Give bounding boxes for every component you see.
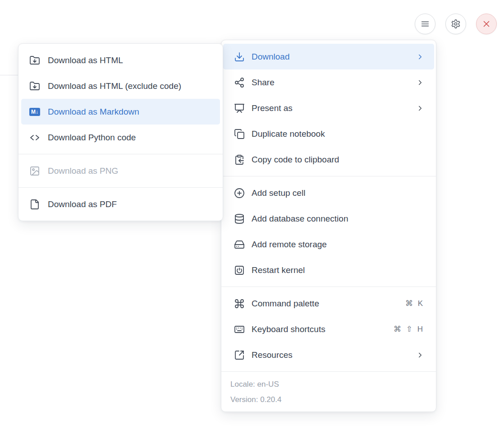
hamburger-icon xyxy=(420,19,430,29)
download-icon xyxy=(234,51,245,62)
menu-item-label: Add setup cell xyxy=(252,188,424,198)
menu-item-label: Restart kernel xyxy=(252,265,424,275)
folder-download-icon xyxy=(29,81,40,92)
chevron-right-icon xyxy=(416,79,424,87)
menu-item-download-as-pdf[interactable]: Download as PDF xyxy=(18,191,223,217)
menu-item-resources[interactable]: Resources xyxy=(221,342,436,368)
menu-item-label: Download xyxy=(252,52,409,62)
menu-divider xyxy=(221,371,436,372)
menu-item-present-as[interactable]: Present as xyxy=(221,95,436,121)
menu-item-label: Download as HTML xyxy=(48,56,214,65)
keyboard-icon xyxy=(234,324,245,335)
menu-item-add-remote-storage[interactable]: Add remote storage xyxy=(221,231,436,257)
menu-item-label: Add database connection xyxy=(252,214,424,224)
menu-divider xyxy=(18,187,223,188)
menu-item-download-as-html-exclude-code[interactable]: Download as HTML (exclude code) xyxy=(18,73,223,99)
menu-item-label: Download as PNG xyxy=(48,166,214,176)
close-icon xyxy=(481,19,491,29)
menu-divider xyxy=(221,287,436,287)
close-button[interactable] xyxy=(476,14,497,34)
notebook-toolbar xyxy=(415,14,497,34)
menu-item-share[interactable]: Share xyxy=(221,69,436,95)
file-icon xyxy=(29,199,40,210)
menu-item-copy-code-to-clipboard[interactable]: Copy code to clipboard xyxy=(221,147,436,172)
menu-item-command-palette[interactable]: Command palette ⌘ K xyxy=(221,291,436,316)
chevron-right-icon xyxy=(416,351,424,359)
share-icon xyxy=(234,77,245,88)
markdown-icon: M↓ xyxy=(29,106,40,117)
image-icon xyxy=(29,166,40,176)
code-icon xyxy=(29,132,40,143)
menu-item-label: Duplicate notebook xyxy=(252,129,424,139)
menu-item-add-setup-cell[interactable]: Add setup cell xyxy=(221,180,436,206)
page-edge-divider xyxy=(0,75,18,75)
presentation-icon xyxy=(234,103,245,114)
menu-item-label: Download as Markdown xyxy=(48,107,214,117)
shortcut-hint: ⌘ K xyxy=(405,299,424,308)
download-submenu: Download as HTML Download as HTML (exclu… xyxy=(18,43,223,221)
menu-item-label: Download as HTML (exclude code) xyxy=(48,81,214,91)
external-link-icon xyxy=(234,350,245,361)
menu-item-label: Share xyxy=(252,78,409,88)
menu-item-add-database-connection[interactable]: Add database connection xyxy=(221,206,436,231)
menu-footer: Locale: en-US Version: 0.20.4 xyxy=(221,375,436,408)
duplicate-icon xyxy=(234,129,245,139)
notebook-actions-menu: Download Share Present as Duplicate note… xyxy=(221,40,436,412)
menu-item-label: Download Python code xyxy=(48,133,214,143)
circle-plus-icon xyxy=(234,188,245,199)
version-text: Version: 0.20.4 xyxy=(230,395,427,404)
shortcut-hint: ⌘ ⇧ H xyxy=(394,324,424,334)
chevron-right-icon xyxy=(416,53,424,61)
settings-button[interactable] xyxy=(445,14,466,34)
locale-text: Locale: en-US xyxy=(230,380,427,389)
database-icon xyxy=(234,213,245,224)
menu-item-download-as-markdown[interactable]: M↓ Download as Markdown xyxy=(21,99,220,125)
menu-item-download-as-png: Download as PNG xyxy=(18,158,223,184)
menu-item-label: Present as xyxy=(252,103,409,113)
menu-item-download-as-html[interactable]: Download as HTML xyxy=(18,47,223,73)
chevron-right-icon xyxy=(416,104,424,112)
menu-divider xyxy=(18,154,223,154)
hard-drive-icon xyxy=(234,239,245,250)
clipboard-copy-icon xyxy=(234,154,245,165)
power-icon xyxy=(234,265,245,276)
menu-item-download[interactable]: Download xyxy=(223,44,434,69)
menu-item-label: Keyboard shortcuts xyxy=(252,324,387,334)
menu-item-label: Download as PDF xyxy=(48,199,214,209)
menu-button[interactable] xyxy=(415,14,435,34)
menu-divider xyxy=(221,176,436,176)
folder-download-icon xyxy=(29,55,40,66)
menu-item-label: Copy code to clipboard xyxy=(252,155,424,165)
menu-item-label: Add remote storage xyxy=(252,240,424,250)
menu-item-label: Command palette xyxy=(252,299,399,309)
menu-item-keyboard-shortcuts[interactable]: Keyboard shortcuts ⌘ ⇧ H xyxy=(221,316,436,342)
menu-item-duplicate-notebook[interactable]: Duplicate notebook xyxy=(221,121,436,147)
menu-item-download-python-code[interactable]: Download Python code xyxy=(18,125,223,150)
command-icon xyxy=(234,298,245,309)
gear-icon xyxy=(451,19,461,29)
menu-item-restart-kernel[interactable]: Restart kernel xyxy=(221,257,436,283)
menu-item-label: Resources xyxy=(252,350,409,360)
